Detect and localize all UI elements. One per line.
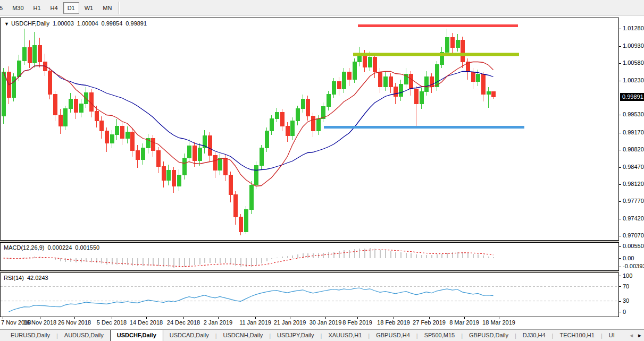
main-chart-canvas[interactable] <box>1 18 618 240</box>
chart-tab-usdcad-daily[interactable]: USDCAD,Daily <box>163 330 215 341</box>
axis-tick <box>619 29 621 29</box>
candle <box>32 46 36 63</box>
candle <box>79 104 83 113</box>
candle <box>481 74 485 95</box>
macd-axis-label: 0.00 <box>623 255 634 262</box>
chart-workspace: ▼USDCHF,Daily1.000031.000040.998540.9989… <box>0 16 644 329</box>
chart-tab-tech100-h1[interactable]: TECH100,H1 <box>553 330 600 341</box>
price-axis[interactable]: 1.012801.009301.005801.002300.995300.991… <box>619 16 644 329</box>
chart-tab-eurusd-daily[interactable]: EURUSD,Daily <box>4 330 56 341</box>
macd-axis-label: -0.003931 <box>623 263 644 270</box>
timeframe-button-w1[interactable]: W1 <box>80 2 98 14</box>
candle <box>213 156 217 170</box>
axis-tick <box>619 184 621 185</box>
date-axis-label: 30 Jan 2019 <box>310 319 342 326</box>
price-axis-label: 1.01280 <box>623 25 644 32</box>
timeframe-button-d1[interactable]: D1 <box>63 2 79 14</box>
date-axis-label: 18 Mar 2019 <box>482 319 515 326</box>
axis-tick <box>619 236 621 236</box>
toolbar-separator <box>119 2 120 14</box>
chart-title: ▼USDCHF,Daily1.000031.000040.998540.9989… <box>4 20 147 27</box>
candle <box>270 119 273 131</box>
chart-tab-usdchf-daily[interactable]: USDCHF,Daily <box>110 329 163 341</box>
macd-signal-line[interactable] <box>4 250 494 266</box>
rsi-canvas[interactable] <box>1 273 618 317</box>
macd-name: MACD(12,26,9) <box>4 244 44 251</box>
chart-tab-dj30-h4[interactable]: DJ30,H4 <box>516 330 552 341</box>
candle <box>286 126 289 136</box>
tab-scroll-arrows: ◄► <box>629 331 642 340</box>
candle <box>208 136 212 156</box>
ohlc-close: 0.99891 <box>126 20 147 27</box>
candle <box>353 62 356 80</box>
tab-scroll-left-icon[interactable]: ◄ <box>629 331 634 340</box>
candle <box>136 151 139 160</box>
candle <box>151 139 155 151</box>
axis-tick <box>619 201 621 202</box>
mt4-terminal-window: 5M30H1H4D1W1MN ▼USDCHF,Daily1.000031.000… <box>0 0 644 341</box>
axis-tick <box>619 63 621 64</box>
chart-tab-sp500-m15[interactable]: SP500,M15 <box>418 330 461 341</box>
price-axis-label: 0.97070 <box>623 232 644 239</box>
rsi-line[interactable] <box>9 288 494 312</box>
candle <box>182 158 186 175</box>
candle <box>74 99 78 113</box>
candle <box>461 40 464 62</box>
date-axis-label: 27 Feb 2019 <box>413 319 446 326</box>
timeframe-button-m30[interactable]: M30 <box>8 2 28 14</box>
date-axis-label: 2 Jan 2019 <box>204 319 232 326</box>
main-chart-panel: ▼USDCHF,Daily1.000031.000040.998540.9989… <box>0 18 619 241</box>
price-axis-label: 0.99170 <box>623 129 644 136</box>
axis-tick <box>619 301 621 302</box>
date-axis-label: 8 Feb 2019 <box>342 319 372 326</box>
tab-scroll-right-icon[interactable]: ► <box>637 331 642 340</box>
rsi-axis-label: 30 <box>623 297 629 304</box>
date-axis-label: 21 Jan 2019 <box>274 319 306 326</box>
axis-tick <box>619 286 621 287</box>
timeframe-button-mn[interactable]: MN <box>98 2 116 14</box>
candle <box>244 210 248 232</box>
ma-fast-line[interactable] <box>4 62 494 186</box>
chart-tab-xauusd-h1[interactable]: XAUUSD,H1 <box>322 330 368 341</box>
candle <box>368 57 372 67</box>
timeframe-button-5[interactable]: 5 <box>0 2 7 14</box>
candle <box>471 72 475 82</box>
axis-tick <box>619 312 621 312</box>
candle <box>130 132 134 151</box>
chart-tab-gbpusd-h4[interactable]: GBPUSD,H4 <box>370 330 416 341</box>
axis-tick <box>619 81 621 81</box>
candle <box>424 77 428 92</box>
candle <box>229 175 232 195</box>
price-axis-label: 0.99530 <box>623 111 644 118</box>
candle <box>296 109 299 121</box>
candle <box>172 170 175 186</box>
candle <box>249 185 253 210</box>
chart-tab-gbpusd-daily[interactable]: GBPUSD,Daily <box>463 330 515 341</box>
candle <box>420 92 423 104</box>
ohlc-low: 0.99854 <box>102 20 123 27</box>
current-price-tag: 0.99891 <box>620 93 644 101</box>
candle <box>450 38 454 48</box>
macd-value-main: 0.000224 <box>47 244 72 251</box>
chart-tab-usdjpy-daily[interactable]: USDJPY,Daily <box>271 330 321 341</box>
ma-slow-line[interactable] <box>4 66 494 170</box>
rsi-axis-label: 100 <box>623 272 632 279</box>
date-axis-label: 11 Jan 2019 <box>239 319 271 326</box>
chart-tab-audusd-daily[interactable]: AUDUSD,Daily <box>58 330 110 341</box>
timeframe-button-h4[interactable]: H4 <box>46 2 62 14</box>
candle <box>58 115 62 126</box>
macd-label: MACD(12,26,9)0.0002240.001550 <box>4 244 99 251</box>
date-axis-label: 24 Dec 2018 <box>167 319 200 326</box>
chart-dropdown-icon[interactable]: ▼ <box>4 21 9 27</box>
axis-tick <box>619 46 621 47</box>
candle <box>327 95 330 107</box>
date-axis[interactable]: 7 Nov 201816 Nov 201826 Nov 20185 Dec 20… <box>0 317 619 329</box>
candle <box>445 38 449 53</box>
timeframe-button-h1[interactable]: H1 <box>29 2 45 14</box>
chart-tab-ui[interactable]: UI <box>603 330 621 341</box>
axis-tick <box>619 276 621 276</box>
timeframe-toolbar: 5M30H1H4D1W1MN <box>0 0 644 16</box>
candle <box>394 87 397 97</box>
candle <box>456 40 459 48</box>
chart-tab-usdcnh-daily[interactable]: USDCNH,Daily <box>217 330 270 341</box>
